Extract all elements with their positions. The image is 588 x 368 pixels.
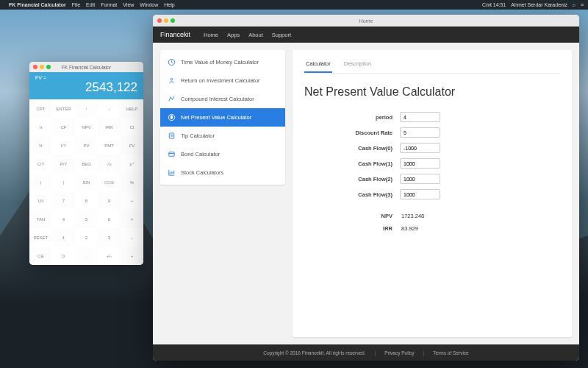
calc-key-n[interactable]: N [29,136,52,155]
calc-key-9[interactable]: 9 [98,191,121,210]
sidebar-item-2[interactable]: Compound Interest Calculator [160,90,285,108]
calc-key-[interactable]: ↓ [98,99,121,118]
search-icon[interactable]: ⌕ [573,2,576,7]
sidebar-label: Tip Calculator [181,132,215,139]
brand[interactable]: Financekit [160,31,190,38]
calc-key-0[interactable]: 0 [52,247,75,265]
sidebar-item-5[interactable]: Bond Calculator [160,145,285,163]
calc-key-3[interactable]: 3 [98,228,121,247]
privacy-link[interactable]: Privacy Policy [384,350,414,355]
calc-key-[interactable]: % [121,173,143,191]
calc-key-help[interactable]: HELP [121,99,143,118]
calc-key-sin[interactable]: SIN [75,173,98,191]
calc-key-cy[interactable]: C/Y [29,155,52,173]
field-label: Discount Rate [341,130,392,136]
calc-key-irr[interactable]: IRR [98,118,121,136]
svg-point-1 [171,78,173,80]
traffic-lights[interactable] [33,65,51,69]
menu-format[interactable]: Format [101,2,117,7]
calc-key-[interactable]: ↑ [75,99,98,118]
minimize-icon[interactable] [164,18,168,23]
calc-key-y[interactable]: yˣ [121,155,143,173]
calc-key-x[interactable]: √x [98,155,121,173]
menu-edit[interactable]: Edit [86,2,95,7]
calc-key-8[interactable]: 8 [75,191,98,210]
calc-key-[interactable]: +/- [98,247,121,265]
top-nav: Financekit Home Apps About Support [153,26,579,43]
field-input-2[interactable] [400,143,440,153]
result-row-0: NPV1723.248 [341,213,560,219]
nav-home[interactable]: Home [204,32,218,38]
sidebar-item-4[interactable]: Tip Calculator [160,127,285,145]
tab-calculator[interactable]: Calculator [304,57,332,73]
field-input-0[interactable] [400,112,440,122]
calc-key-2[interactable]: 2 [75,228,98,247]
calc-key-ln[interactable]: LN [29,191,52,210]
calc-key-pv[interactable]: PV [75,136,98,155]
terms-link[interactable]: Terms of Service [433,350,468,355]
calc-key-enter[interactable]: ENTER [52,99,75,118]
sidebar-item-1[interactable]: Return on Investment Calculator [160,71,285,90]
field-input-4[interactable] [400,174,440,184]
minimize-icon[interactable] [40,65,44,69]
menu-icon[interactable]: ≡ [581,2,584,7]
field-row-5: Cash Flow(3) [341,189,560,199]
calc-key-iy[interactable]: I/Y [52,136,75,155]
calc-key-[interactable]: + [121,247,143,265]
field-input-1[interactable] [400,127,440,138]
field-row-0: period [341,112,560,122]
field-input-3[interactable] [400,158,440,169]
calc-key-cl[interactable]: Cl [121,118,143,136]
menu-file[interactable]: File [72,2,80,7]
sidebar-label: Net Present Value Calculator [181,114,251,121]
sidebar-item-6[interactable]: Stock Calculators [160,163,285,182]
calc-key-[interactable]: π [29,118,52,136]
calc-key-fv[interactable]: FV [121,136,143,155]
close-icon[interactable] [33,65,37,69]
main-title: Home [359,18,373,24]
menu-help[interactable]: Help [164,2,174,7]
menu-view[interactable]: View [123,2,134,7]
calc-key-py[interactable]: P/Y [52,155,75,173]
calc-key-[interactable]: × [121,210,143,228]
result-label: IRR [341,225,392,232]
calc-key-beg[interactable]: BEG [75,155,98,173]
calc-key-cf[interactable]: CF [52,118,75,136]
calc-key-[interactable]: . [75,247,98,265]
close-icon[interactable] [157,18,162,23]
menu-window[interactable]: Window [140,2,158,7]
calc-key-ce[interactable]: CE [29,247,52,265]
sidebar-item-0[interactable]: Time Value of Money Calculator [160,53,285,71]
nav-apps[interactable]: Apps [227,32,240,38]
calc-key-4[interactable]: 4 [52,210,75,228]
calc-key-npv[interactable]: NPV [75,118,98,136]
maximize-icon[interactable] [46,65,51,69]
menubar-app-name[interactable]: FK Financial Calculator [9,2,66,7]
calc-key-tan[interactable]: TAN [29,210,52,228]
main-window: Home Financekit Home Apps About Support … [153,15,579,361]
field-input-5[interactable] [400,189,440,199]
nav-support[interactable]: Support [272,32,291,38]
traffic-lights[interactable] [157,18,175,23]
calc-key-pmt[interactable]: PMT [98,136,121,155]
maximize-icon[interactable] [171,18,175,23]
calc-key-[interactable]: ) [52,173,75,191]
calc-key-1[interactable]: 1 [52,228,75,247]
calc-key-[interactable]: ÷ [121,191,143,210]
calc-titlebar[interactable]: FK Financial Calculator [29,62,143,72]
nav-about[interactable]: About [248,32,263,38]
calc-key-7[interactable]: 7 [52,191,75,210]
field-label: Cash Flow(0) [341,145,392,152]
calc-key-cos[interactable]: COS [98,173,121,191]
calc-key-6[interactable]: 6 [98,210,121,228]
calc-key-reset[interactable]: RESET [29,228,52,247]
tab-description[interactable]: Description [343,57,373,73]
main-titlebar[interactable]: Home [153,15,579,26]
sidebar-item-3[interactable]: $Net Present Value Calculator [160,108,285,127]
calc-key-[interactable]: ( [29,173,52,191]
calc-key-[interactable]: − [121,228,143,247]
sidebar-label: Compound Interest Calculator [181,96,254,102]
calc-key-5[interactable]: 5 [75,210,98,228]
calc-key-cpt[interactable]: CPT [29,99,52,118]
field-label: Cash Flow(2) [341,176,392,183]
